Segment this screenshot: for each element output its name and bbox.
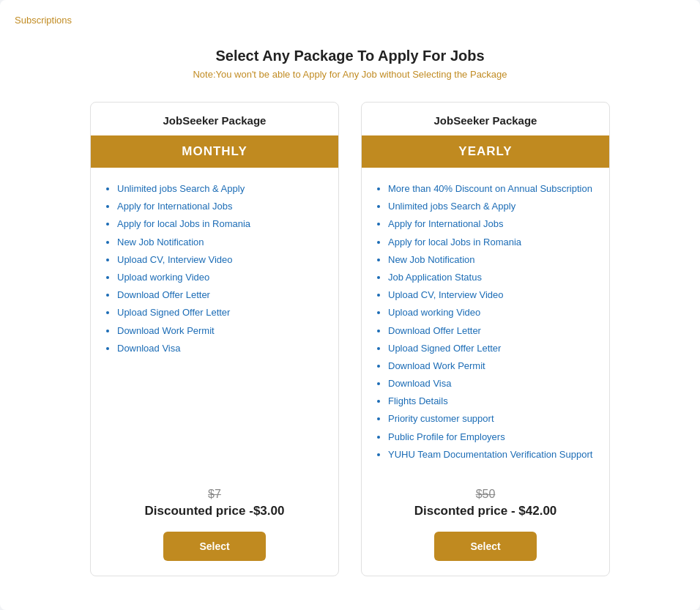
package-card-monthly: JobSeeker PackageMONTHLYUnlimited jobs S… bbox=[90, 102, 339, 576]
page-container: Subscriptions Select Any Package To Appl… bbox=[0, 0, 700, 610]
list-item: New Job Notification bbox=[117, 236, 324, 249]
list-item: Download Visa bbox=[117, 342, 324, 355]
list-item: New Job Notification bbox=[388, 253, 595, 267]
note-prefix: Note:You won't be able to Apply for Any … bbox=[193, 69, 412, 80]
list-item: Apply for International Jobs bbox=[117, 200, 324, 213]
select-button-monthly[interactable]: Select bbox=[163, 532, 266, 561]
list-item: Upload CV, Interview Video bbox=[388, 289, 595, 302]
list-item: Flights Details bbox=[388, 395, 595, 408]
list-item: More than 40% Discount on Annual Subscri… bbox=[388, 182, 595, 196]
list-item: Priority customer support bbox=[388, 412, 595, 425]
list-item: Unlimited jobs Search & Apply bbox=[388, 200, 595, 213]
list-item: Upload CV, Interview Video bbox=[117, 253, 324, 267]
package-label-monthly: JobSeeker Package bbox=[91, 103, 338, 135]
package-period-yearly: YEARLY bbox=[362, 135, 609, 168]
features-list-yearly: More than 40% Discount on Annual Subscri… bbox=[362, 168, 609, 480]
note-highlight: Selecting the Package bbox=[412, 69, 507, 80]
list-item: Public Profile for Employers bbox=[388, 431, 595, 444]
list-item: Apply for International Jobs bbox=[388, 217, 595, 231]
list-item: Download Visa bbox=[388, 377, 595, 390]
original-price-monthly: $7 bbox=[100, 488, 329, 501]
header-section: Select Any Package To Apply For Jobs Not… bbox=[15, 48, 685, 80]
list-item: Unlimited jobs Search & Apply bbox=[117, 182, 324, 196]
pricing-section-monthly: $7Discounted price -$3.00 bbox=[91, 480, 338, 532]
list-item: Upload working Video bbox=[388, 306, 595, 319]
list-item: Upload Signed Offer Letter bbox=[388, 342, 595, 355]
breadcrumb: Subscriptions bbox=[15, 15, 685, 26]
list-item: Download Offer Letter bbox=[117, 289, 324, 302]
list-item: Apply for local Jobs in Romania bbox=[388, 236, 595, 249]
discounted-price-monthly: Discounted price -$3.00 bbox=[100, 504, 329, 518]
package-label-yearly: JobSeeker Package bbox=[362, 103, 609, 135]
packages-wrapper: JobSeeker PackageMONTHLYUnlimited jobs S… bbox=[15, 102, 685, 576]
original-price-yearly: $50 bbox=[371, 488, 600, 501]
page-title: Select Any Package To Apply For Jobs bbox=[15, 48, 685, 64]
sub-note: Note:You won't be able to Apply for Any … bbox=[15, 69, 685, 80]
list-item: Download Work Permit bbox=[388, 360, 595, 373]
package-card-yearly: JobSeeker PackageYEARLYMore than 40% Dis… bbox=[361, 102, 610, 576]
list-item: Upload working Video bbox=[117, 271, 324, 284]
list-item: Download Offer Letter bbox=[388, 324, 595, 338]
features-list-monthly: Unlimited jobs Search & ApplyApply for I… bbox=[91, 168, 338, 480]
list-item: Upload Signed Offer Letter bbox=[117, 306, 324, 319]
list-item: YUHU Team Documentation Verification Sup… bbox=[388, 448, 595, 461]
list-item: Job Application Status bbox=[388, 271, 595, 284]
discounted-price-yearly: Disconted price - $42.00 bbox=[371, 504, 600, 518]
select-button-yearly[interactable]: Select bbox=[434, 532, 537, 561]
package-period-monthly: MONTHLY bbox=[91, 135, 338, 168]
list-item: Apply for local Jobs in Romania bbox=[117, 217, 324, 231]
pricing-section-yearly: $50Disconted price - $42.00 bbox=[362, 480, 609, 532]
list-item: Download Work Permit bbox=[117, 324, 324, 338]
